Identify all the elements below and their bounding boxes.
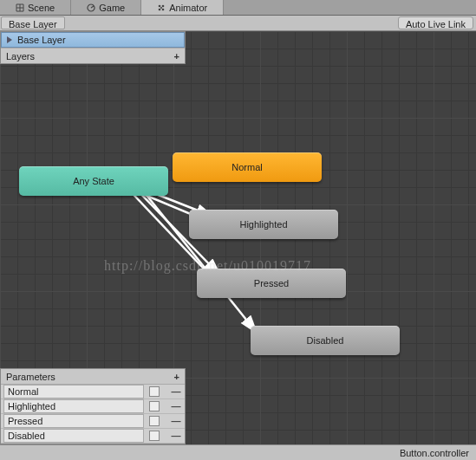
node-label: Pressed: [254, 278, 289, 288]
parameters-panel: Parameters + Normal — Highlighted — Pres…: [0, 368, 186, 444]
parameter-name-field[interactable]: Highlighted: [3, 399, 144, 413]
current-layer-row[interactable]: Base Layer: [1, 32, 185, 48]
triangle-right-icon: [7, 36, 12, 43]
parameter-name-field[interactable]: Pressed: [3, 414, 144, 428]
node-label: Disabled: [307, 335, 344, 346]
parameter-name-field[interactable]: Normal: [3, 385, 144, 398]
tab-label: Scene: [28, 3, 55, 13]
breadcrumb[interactable]: Base Layer: [1, 16, 65, 29]
tab-scene[interactable]: Scene: [0, 0, 71, 15]
node-label: Any State: [73, 176, 114, 186]
parameter-checkbox[interactable]: [149, 416, 160, 426]
graph-area[interactable]: Any State Normal Highlighted Pressed Dis…: [0, 31, 476, 444]
layers-header: Layers +: [1, 48, 185, 63]
node-label: Normal: [231, 162, 262, 172]
tab-animator[interactable]: Animator: [141, 0, 224, 15]
parameter-remove-button[interactable]: —: [170, 431, 182, 441]
parameter-row[interactable]: Highlighted —: [1, 399, 185, 414]
add-layer-button[interactable]: +: [174, 51, 179, 62]
layers-panel: Base Layer Layers +: [0, 31, 186, 64]
parameters-title: Parameters: [6, 372, 55, 382]
node-label: Highlighted: [239, 219, 287, 230]
parameter-row[interactable]: Pressed —: [1, 414, 185, 429]
scene-icon: [16, 3, 24, 12]
asset-name-label: Button.controller: [400, 448, 469, 458]
current-layer-label: Base Layer: [17, 35, 66, 45]
animator-toolbar: Base Layer Auto Live Link: [0, 16, 476, 31]
tab-label: Animator: [169, 3, 207, 13]
parameter-remove-button[interactable]: —: [170, 416, 182, 426]
node-normal[interactable]: Normal: [173, 152, 322, 182]
tab-label: Game: [99, 3, 125, 13]
parameters-header: Parameters +: [1, 369, 185, 385]
watermark-text: http://blog.csdn.net/u010019717: [104, 258, 311, 274]
parameter-row[interactable]: Normal —: [1, 385, 185, 399]
status-bar: Button.controller: [0, 444, 476, 460]
parameter-remove-button[interactable]: —: [170, 401, 182, 411]
game-icon: [87, 3, 95, 12]
node-highlighted[interactable]: Highlighted: [189, 210, 338, 239]
tab-game[interactable]: Game: [71, 0, 141, 15]
auto-live-link-button[interactable]: Auto Live Link: [398, 16, 473, 29]
add-parameter-button[interactable]: +: [174, 372, 179, 382]
parameter-row[interactable]: Disabled —: [1, 429, 185, 444]
node-disabled[interactable]: Disabled: [251, 326, 400, 355]
node-any-state[interactable]: Any State: [19, 166, 168, 196]
animator-icon: [157, 3, 166, 12]
editor-tabs: Scene Game Animator: [0, 0, 476, 16]
parameter-remove-button[interactable]: —: [170, 386, 182, 397]
parameter-name-field[interactable]: Disabled: [3, 429, 144, 443]
parameter-checkbox[interactable]: [149, 431, 160, 441]
parameter-checkbox[interactable]: [149, 401, 160, 411]
layers-title: Layers: [6, 51, 35, 62]
parameter-checkbox[interactable]: [149, 386, 160, 397]
